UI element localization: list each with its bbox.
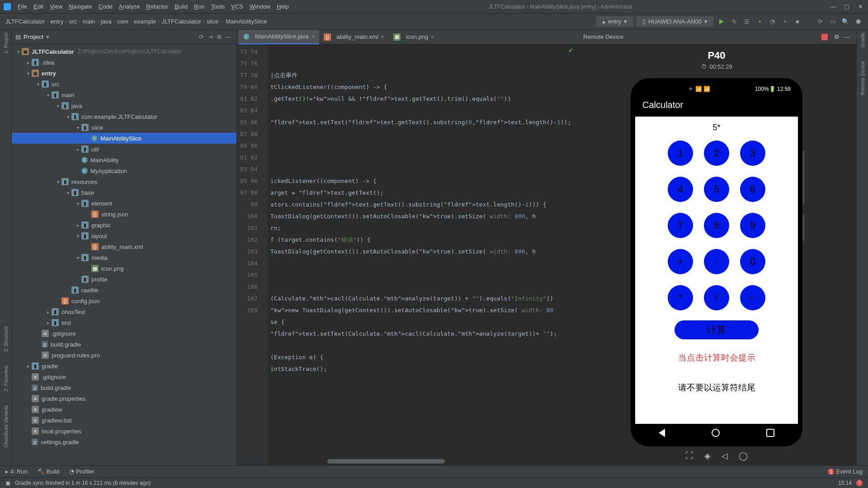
maximize-button[interactable]: ▢	[843, 3, 851, 10]
tree-node[interactable]: ▮profile	[12, 274, 236, 285]
tree-node[interactable]: {}string.json	[12, 209, 236, 220]
menu-refactor[interactable]: Refactor	[143, 3, 171, 10]
tree-node[interactable]: gbuild.gradle	[12, 382, 236, 393]
event-log-tool[interactable]: 1Event Log	[828, 468, 863, 475]
tree-node[interactable]: ▾▮media	[12, 252, 236, 263]
attach-icon[interactable]: ⌖	[780, 17, 789, 26]
breadcrumb-item[interactable]: example	[134, 18, 156, 25]
key-1[interactable]: 1	[668, 141, 693, 166]
tool-gradle[interactable]: Gradle	[860, 33, 865, 47]
key-3[interactable]: 3	[740, 141, 765, 166]
tree-node[interactable]: ≡.gitignore	[12, 328, 236, 339]
breadcrumb-item[interactable]: java	[101, 18, 112, 25]
tree-node[interactable]: CMainAbility	[12, 155, 236, 165]
search-icon[interactable]: 🔍	[841, 17, 850, 26]
tree-node[interactable]: CMainAbilitySlice	[12, 133, 236, 144]
circle-icon[interactable]: ◯	[739, 451, 748, 461]
tree-node[interactable]: ▾▮resources	[12, 176, 236, 187]
stop-icon[interactable]: ■	[793, 17, 802, 26]
tree-node[interactable]: ≡gradlew	[12, 404, 236, 415]
tree-node[interactable]: {}config.json	[12, 296, 236, 306]
tree-node[interactable]: ▾▮src	[12, 79, 236, 89]
volume-button[interactable]	[802, 150, 805, 205]
tree-node[interactable]: ≡.gitignore	[12, 371, 236, 382]
key-7[interactable]: 7	[668, 213, 693, 238]
nav-back-icon[interactable]	[659, 429, 665, 437]
module-selector[interactable]: ▴ entry ▾	[596, 16, 633, 27]
menu-file[interactable]: File	[14, 3, 30, 10]
menu-edit[interactable]: Edit	[30, 3, 47, 10]
tree-node[interactable]: ▾▮com.example.JLTFCalculator	[12, 111, 236, 122]
menu-vcs[interactable]: VCS	[228, 3, 246, 10]
close-button[interactable]: ✕	[856, 3, 864, 10]
menu-build[interactable]: Build	[171, 3, 191, 10]
tab-MainAbilitySlice.java[interactable]: CMainAbilitySlice.java×	[239, 30, 319, 44]
minimize-panel-icon[interactable]: —	[224, 33, 233, 40]
tree-node[interactable]: ≡local.properties	[12, 426, 236, 436]
tree-node[interactable]: ▸▮util	[12, 144, 236, 155]
profiler-tool[interactable]: ◔ Profiler	[69, 468, 94, 475]
key-/[interactable]: /	[704, 285, 729, 310]
build-tool[interactable]: 🔨 Build	[38, 468, 60, 475]
tree-node[interactable]: gsettings.gradle	[12, 436, 236, 447]
key-+[interactable]: +	[668, 249, 693, 274]
menu-tools[interactable]: Tools	[208, 3, 228, 10]
rerun-icon[interactable]: ↻	[730, 17, 739, 26]
menu-window[interactable]: Window	[246, 3, 274, 10]
menu-help[interactable]: Help	[274, 3, 292, 10]
tree-node[interactable]: ≡gradlew.bat	[12, 415, 236, 426]
close-icon[interactable]: ×	[311, 33, 315, 40]
tree-node[interactable]: ▸▮ohosTest	[12, 306, 236, 317]
fit-icon[interactable]: ⛶	[685, 451, 693, 461]
code-area[interactable]: 73 74 75 76 77 78 79 80 81 82 83 84 85 8…	[237, 44, 577, 465]
tree-node[interactable]: ▾▮slice	[12, 122, 236, 133]
tool-favorites[interactable]: 2: Favorites	[3, 366, 9, 391]
run-tool[interactable]: ▸ 4: Run	[5, 468, 28, 475]
menu-code[interactable]: Code	[95, 3, 116, 10]
tree-node[interactable]: ▸▮gradle	[12, 361, 236, 371]
tree-node[interactable]: ▾▮layout	[12, 230, 236, 241]
settings-icon[interactable]: ⬢	[854, 17, 863, 26]
key-6[interactable]: 6	[740, 177, 765, 202]
breadcrumb-item[interactable]: JLTFCalculator	[5, 18, 45, 25]
tab-icon.png[interactable]: ▦icon.png×	[389, 30, 439, 44]
nav-home-icon[interactable]	[712, 429, 720, 437]
key-4[interactable]: 4	[668, 177, 693, 202]
key-8[interactable]: 8	[704, 213, 729, 238]
stop-device-button[interactable]	[821, 34, 828, 40]
tree-node[interactable]: {}ability_main.xml	[12, 241, 236, 252]
close-icon[interactable]: ×	[431, 33, 434, 40]
rotate-icon[interactable]: ◈	[704, 451, 711, 461]
breadcrumb-item[interactable]: MainAbilitySlice	[226, 18, 267, 25]
tool-structure[interactable]: 2: Structure	[3, 326, 9, 352]
key-0[interactable]: 0	[740, 249, 765, 274]
menu-analyze[interactable]: Analyze	[116, 3, 143, 10]
sync-icon[interactable]: ⟳	[816, 17, 825, 26]
key-5[interactable]: 5	[704, 177, 729, 202]
tool-build-variants[interactable]: OhosBuild Variants	[3, 405, 9, 447]
menu-run[interactable]: Run	[191, 3, 208, 10]
tree-node[interactable]: ≡proguard-rules.pro	[12, 350, 236, 361]
calculate-button[interactable]: 计算	[675, 320, 759, 339]
error-indicator-icon[interactable]: !	[856, 480, 863, 486]
nav-recent-icon[interactable]	[766, 429, 774, 437]
tree-node[interactable]: ▸▮graphic	[12, 220, 236, 230]
tree-node[interactable]: ▾▮java	[12, 100, 236, 111]
minimize-button[interactable]: —	[829, 3, 837, 10]
collapse-icon[interactable]: ⇥	[206, 33, 215, 40]
breadcrumb-item[interactable]: entry	[51, 18, 64, 25]
key-2[interactable]: 2	[704, 141, 729, 166]
tree-node[interactable]: ▾▮main	[12, 89, 236, 100]
tree-node[interactable]: ▸▮.idea	[12, 57, 236, 68]
tree-node[interactable]: ▮rawfile	[12, 285, 236, 296]
key-*[interactable]: *	[668, 285, 693, 310]
tree-node[interactable]: CMyApplication	[12, 165, 236, 176]
tree-node[interactable]: gbuild.gradle	[12, 339, 236, 350]
tool-icon-1[interactable]: ☰	[742, 17, 751, 26]
breadcrumb-item[interactable]: src	[69, 18, 77, 25]
tree-node[interactable]: ▾▣entry	[12, 68, 236, 79]
back-icon[interactable]: ◁	[722, 451, 728, 461]
tree-node[interactable]: ≡gradle.properties	[12, 393, 236, 404]
device-minimize-icon[interactable]: —	[844, 33, 850, 40]
project-tree[interactable]: ▾▣JLTFCalculatorZ:\Projects\DevEcoProjec…	[12, 44, 236, 465]
